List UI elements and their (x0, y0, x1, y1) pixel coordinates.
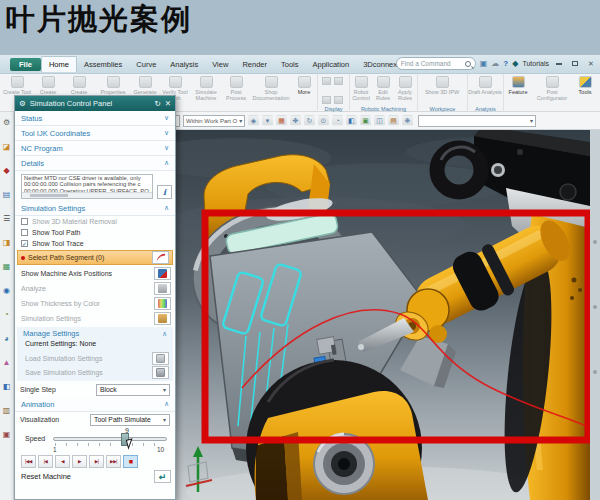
constraint-navigator-icon[interactable]: ◆ (3, 166, 9, 175)
part-navigator-icon[interactable]: ▤ (3, 190, 11, 199)
zoom-icon[interactable]: ⊙ (318, 115, 329, 126)
load-settings-button[interactable] (152, 352, 169, 365)
system-scenes-icon[interactable]: ▥ (3, 406, 11, 415)
pan-icon[interactable]: ◔ (332, 115, 343, 126)
step-forward-button[interactable]: ▶| (89, 455, 104, 468)
find-command-input[interactable]: Find a Command (396, 57, 476, 70)
viewport-3d[interactable] (176, 130, 590, 500)
simulation-control-panel: ⚙ Simulation Control Panel ↻ ✕ Status∨ T… (14, 95, 176, 500)
info-icon[interactable]: i (157, 185, 172, 199)
check-show-tool-path[interactable]: Show Tool Path (15, 227, 175, 238)
history-icon[interactable]: ◔ (4, 310, 9, 319)
checkbox-icon[interactable] (21, 218, 28, 225)
screen-share-icon[interactable]: ▣ (480, 59, 488, 69)
analyze-row[interactable]: Analyze (15, 281, 175, 296)
stop-button[interactable]: ■ (123, 455, 138, 468)
help-icon[interactable]: ? (503, 59, 508, 69)
effects-icon[interactable]: ❋ (402, 115, 413, 126)
check-show-tool-trace[interactable]: ✓ Show Tool Trace (15, 238, 175, 249)
tab-tools[interactable]: Tools (274, 57, 306, 72)
internet-explorer-icon[interactable]: ◉ (3, 286, 10, 295)
play-backward-button[interactable]: ◀ (55, 455, 70, 468)
thickness-row[interactable]: Show Thickness by Color (15, 296, 175, 311)
analyze-button[interactable] (154, 282, 171, 295)
chevron-up-icon: ∧ (164, 204, 169, 212)
tutorials-label[interactable]: Tutorials (522, 60, 549, 67)
tab-curve[interactable]: Curve (129, 57, 163, 72)
chevron-down-icon: ∨ (164, 129, 169, 137)
simulation-settings-button[interactable] (154, 312, 171, 325)
section-simulation-settings[interactable]: Simulation Settings∧ (15, 201, 175, 216)
notes-icon[interactable]: ▣ (3, 430, 11, 439)
panel-titlebar[interactable]: ⚙ Simulation Control Panel ↻ ✕ (15, 96, 175, 111)
single-step-label: Single Step (20, 386, 56, 393)
roles-gear-icon[interactable]: ⚙ (3, 118, 10, 127)
section-details[interactable]: Details∧ (15, 156, 175, 171)
details-scrollbar[interactable] (22, 192, 152, 198)
manufacturing-wizard-icon[interactable]: ▲ (3, 358, 11, 367)
section-tool-ijk[interactable]: Tool IJK Coordinates∨ (15, 126, 175, 141)
play-forward-button[interactable]: ▶ (72, 455, 87, 468)
details-scroll-thumb[interactable] (30, 194, 68, 197)
cloud-icon[interactable]: ☁ (491, 59, 499, 69)
tools-button[interactable]: Tools (572, 74, 598, 112)
load-settings-row[interactable]: Load Simulation Settings (17, 351, 173, 365)
path-segment-button[interactable] (152, 251, 169, 264)
strip-dot (593, 240, 597, 244)
save-settings-row[interactable]: Save Simulation Settings (17, 365, 173, 379)
assembly-navigator-icon[interactable]: ◪ (3, 142, 11, 151)
reset-machine-row[interactable]: Reset Machine ↵ (15, 469, 175, 484)
menu-icon[interactable]: ▾ (262, 115, 273, 126)
close-button[interactable]: ✕ (585, 58, 597, 69)
process-studio-icon[interactable]: ◕ (4, 334, 9, 343)
check-show-3d-material-removal[interactable]: Show 3D Material Removal (15, 216, 175, 227)
tab-analysis[interactable]: Analysis (163, 57, 205, 72)
file-menu-button[interactable]: File (10, 58, 41, 71)
wireframe-icon[interactable]: ◫ (374, 115, 385, 126)
snap-point-icon[interactable]: ◈ (248, 115, 259, 126)
roles-icon[interactable]: ◧ (3, 382, 11, 391)
speed-slider-track[interactable] (53, 437, 167, 441)
panel-close-icon[interactable]: ✕ (165, 99, 171, 108)
section-nc-program[interactable]: NC Program∨ (15, 141, 175, 156)
shaded-view-icon[interactable]: ◧ (346, 115, 357, 126)
post-process-icon (230, 76, 243, 88)
selection-scope-combo[interactable]: Within Work Part O▾ (183, 115, 245, 127)
step-back-button[interactable]: |◀ (38, 455, 53, 468)
feature-button[interactable]: Feature (504, 74, 532, 112)
tab-home[interactable]: Home (41, 56, 77, 72)
checkbox-icon[interactable] (21, 229, 28, 236)
machine-axis-button[interactable] (154, 267, 171, 280)
skip-to-end-button[interactable]: ▶▶| (106, 455, 121, 468)
reset-machine-button[interactable]: ↵ (154, 470, 171, 483)
move-icon[interactable]: ✥ (290, 115, 301, 126)
visualization-select[interactable]: Tool Path Simulate▾ (90, 414, 170, 426)
operation-navigator-icon[interactable]: ☰ (3, 214, 10, 223)
tab-render[interactable]: Render (235, 57, 274, 72)
rotate-icon[interactable]: ↻ (304, 115, 315, 126)
tab-view[interactable]: View (205, 57, 235, 72)
save-settings-button[interactable] (152, 366, 169, 379)
select-path-segment-row[interactable]: Select Path Segment (0) (17, 250, 173, 265)
section-status[interactable]: Status∨ (15, 111, 175, 126)
checkbox-checked-icon[interactable]: ✓ (21, 240, 28, 247)
command-finder-field[interactable]: ▾ (418, 115, 536, 127)
touch-mode-icon[interactable]: ▦ (276, 115, 287, 126)
restore-button[interactable] (569, 58, 581, 69)
reuse-library-icon[interactable]: ▦ (3, 262, 11, 271)
layers-icon[interactable]: ▤ (388, 115, 399, 126)
tab-application[interactable]: Application (306, 57, 357, 72)
single-step-select[interactable]: Block▾ (96, 384, 170, 396)
minimize-button[interactable] (553, 58, 565, 69)
post-configurator-button[interactable]: Post Configurator (534, 74, 570, 112)
section-manage-settings[interactable]: Manage Settings∧ (17, 327, 173, 340)
panel-reset-icon[interactable]: ↻ (154, 99, 160, 108)
thickness-button[interactable] (154, 297, 171, 310)
tab-assemblies[interactable]: Assemblies (77, 57, 129, 72)
skip-to-start-button[interactable]: |◀◀ (21, 455, 36, 468)
section-animation[interactable]: Animation∧ (15, 397, 175, 412)
simulation-settings-row[interactable]: Simulation Settings (15, 311, 175, 326)
show-machine-axis-row[interactable]: Show Machine Axis Positions (15, 266, 175, 281)
window-icon[interactable]: ▣ (360, 115, 371, 126)
machine-navigator-icon[interactable]: ◨ (3, 238, 11, 247)
